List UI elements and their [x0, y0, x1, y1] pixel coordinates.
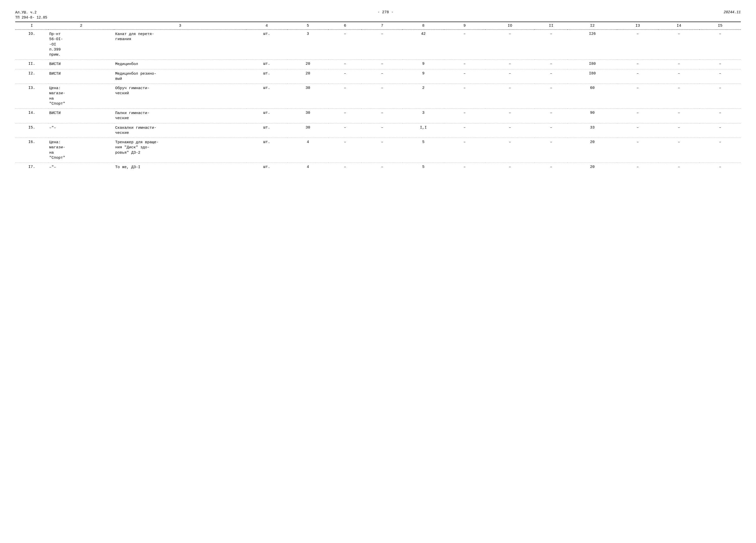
cell-row5-col9: –: [444, 109, 485, 123]
table-header-row: I 2 3 4 5 6 7 8 9 IO II I2 I3 I4 I5: [15, 22, 741, 30]
cell-row5-col6: –: [328, 109, 361, 123]
cell-row6-col10: –: [485, 123, 535, 138]
page-header: Ал.УШ. ч.2 ТП 294-8- 12.85 - 278 - 20244…: [15, 10, 741, 20]
cell-row3-col3: Медицинбол резино-вый: [114, 69, 246, 84]
cell-row6-col12: 33: [568, 123, 617, 138]
col-header-7: 7: [361, 22, 403, 30]
header-right: 20244.11: [724, 10, 741, 14]
cell-row7-col12: 20: [568, 138, 617, 163]
cell-row1-col12: I26: [568, 30, 617, 60]
cell-row6-col8: I,I: [403, 123, 444, 138]
cell-row8-col14: –: [658, 163, 699, 172]
cell-row5-col4: шт.: [246, 109, 287, 123]
cell-row4-col11: –: [535, 84, 568, 109]
cell-row8-col15: –: [700, 163, 741, 172]
cell-row2-col2: ВИСТИ: [48, 60, 114, 69]
cell-row7-col13: –: [617, 138, 658, 163]
col-header-10: IO: [485, 22, 535, 30]
cell-row1-col3: Канат для перетя-гивания: [114, 30, 246, 60]
cell-row5-col13: –: [617, 109, 658, 123]
table-row: I4.ВИСТИПалки гимнасти-ческиешт.30––3–––…: [15, 109, 741, 123]
col-header-5: 5: [287, 22, 328, 30]
cell-row1-col10: –: [485, 30, 535, 60]
cell-row2-col9: –: [444, 60, 485, 69]
header-left-line2: ТП 294-8- 12.85: [15, 15, 47, 20]
col-header-2: 2: [48, 22, 114, 30]
cell-row3-col6: –: [328, 69, 361, 84]
cell-row4-col5: 30: [287, 84, 328, 109]
cell-row1-col2: Пр-нт56-OI--OIп.399прим.: [48, 30, 114, 60]
cell-row2-col12: I80: [568, 60, 617, 69]
col-header-6: 6: [328, 22, 361, 30]
cell-row4-col7: –: [361, 84, 403, 109]
col-header-15: I5: [700, 22, 741, 30]
cell-row2-col5: 20: [287, 60, 328, 69]
cell-row4-col15: –: [700, 84, 741, 109]
cell-row3-col2: ВИСТИ: [48, 69, 114, 84]
cell-row8-col5: 4: [287, 163, 328, 172]
cell-row7-col9: –: [444, 138, 485, 163]
cell-row4-col8: 2: [403, 84, 444, 109]
cell-row2-col6: –: [328, 60, 361, 69]
main-table: I 2 3 4 5 6 7 8 9 IO II I2 I3 I4 I5 IO.П…: [15, 22, 741, 172]
cell-row8-col7: –: [361, 163, 403, 172]
cell-row2-col11: –: [535, 60, 568, 69]
cell-row5-col1: I4.: [15, 109, 48, 123]
cell-row7-col7: –: [361, 138, 403, 163]
cell-row6-col15: –: [700, 123, 741, 138]
col-header-3: 3: [114, 22, 246, 30]
cell-row8-col4: шт.: [246, 163, 287, 172]
cell-row7-col4: шт.: [246, 138, 287, 163]
cell-row3-col5: 20: [287, 69, 328, 84]
cell-row1-col6: –: [328, 30, 361, 60]
cell-row3-col4: шт.: [246, 69, 287, 84]
cell-row7-col10: –: [485, 138, 535, 163]
cell-row1-col11: –: [535, 30, 568, 60]
cell-row3-col1: I2.: [15, 69, 48, 84]
cell-row6-col6: –: [328, 123, 361, 138]
cell-row2-col4: шт.: [246, 60, 287, 69]
cell-row2-col8: 9: [403, 60, 444, 69]
cell-row2-col13: –: [617, 60, 658, 69]
cell-row4-col12: 60: [568, 84, 617, 109]
cell-row1-col7: –: [361, 30, 403, 60]
cell-row6-col5: 30: [287, 123, 328, 138]
cell-row4-col2: Цена:магази-на"Спорт": [48, 84, 114, 109]
cell-row5-col15: –: [700, 109, 741, 123]
cell-row8-col6: –: [328, 163, 361, 172]
cell-row7-col1: I6.: [15, 138, 48, 163]
cell-row4-col13: –: [617, 84, 658, 109]
cell-row8-col3: То же, ДЗ-I: [114, 163, 246, 172]
cell-row2-col10: –: [485, 60, 535, 69]
cell-row4-col4: шт.: [246, 84, 287, 109]
cell-row1-col1: IO.: [15, 30, 48, 60]
cell-row6-col11: –: [535, 123, 568, 138]
col-header-8: 8: [403, 22, 444, 30]
cell-row3-col11: –: [535, 69, 568, 84]
cell-row4-col10: –: [485, 84, 535, 109]
cell-row7-col15: –: [700, 138, 741, 163]
cell-row2-col3: Медицинбол: [114, 60, 246, 69]
cell-row2-col1: II.: [15, 60, 48, 69]
cell-row8-col12: 20: [568, 163, 617, 172]
cell-row2-col14: –: [658, 60, 699, 69]
cell-row6-col14: –: [658, 123, 699, 138]
cell-row8-col10: –: [485, 163, 535, 172]
cell-row5-col11: –: [535, 109, 568, 123]
cell-row7-col5: 4: [287, 138, 328, 163]
cell-row6-col9: –: [444, 123, 485, 138]
cell-row8-col8: 5: [403, 163, 444, 172]
table-row: I3.Цена:магази-на"Спорт"Обруч гимнасти-ч…: [15, 84, 741, 109]
cell-row8-col2: –"–: [48, 163, 114, 172]
cell-row6-col13: –: [617, 123, 658, 138]
table-wrapper: I 2 3 4 5 6 7 8 9 IO II I2 I3 I4 I5 IO.П…: [15, 22, 741, 172]
header-center: - 278 -: [377, 10, 393, 14]
cell-row4-col1: I3.: [15, 84, 48, 109]
cell-row2-col7: –: [361, 60, 403, 69]
cell-row1-col15: –: [700, 30, 741, 60]
col-header-13: I3: [617, 22, 658, 30]
cell-row5-col5: 30: [287, 109, 328, 123]
cell-row1-col9: –: [444, 30, 485, 60]
table-row: IO.Пр-нт56-OI--OIп.399прим.Канат для пер…: [15, 30, 741, 60]
cell-row6-col2: –"–: [48, 123, 114, 138]
